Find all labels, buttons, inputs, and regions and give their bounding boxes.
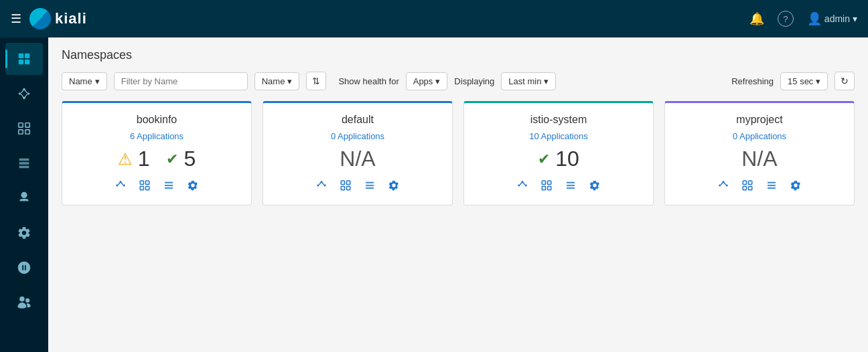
sidebar-item-workloads[interactable] (5, 147, 43, 179)
refreshing-label: Refreshing (731, 76, 774, 86)
ns-workloads-icon[interactable] (163, 179, 175, 194)
user-caret-icon: ▾ (853, 13, 857, 24)
ns-count: ⚠ 1 ✔ 5 (118, 147, 196, 171)
refresh-caret-icon: ▾ (816, 76, 820, 86)
svg-rect-42 (548, 187, 551, 190)
overview-icon (17, 52, 31, 66)
ns-count: ✔ 10 (538, 147, 579, 171)
ns-apps-icon[interactable] (340, 179, 352, 194)
ns-apps-icon[interactable] (139, 179, 151, 194)
display-value: Last min (508, 76, 541, 86)
filter-input[interactable] (114, 72, 248, 90)
svg-line-28 (319, 183, 321, 185)
sort-order-button[interactable]: ⇅ (306, 72, 326, 90)
help-icon[interactable]: ? (778, 11, 794, 27)
sidebar-item-services[interactable] (5, 182, 43, 214)
sidebar-item-overview[interactable] (5, 43, 43, 75)
ns-workloads-icon[interactable] (565, 179, 577, 194)
svg-line-20 (121, 183, 123, 185)
applications-icon (17, 121, 31, 136)
sort-label: Name (262, 76, 285, 86)
hamburger-icon[interactable]: ☰ (11, 11, 21, 26)
svg-rect-31 (347, 181, 350, 184)
name-filter-caret-icon: ▾ (95, 76, 100, 86)
ns-graph-icon[interactable] (516, 179, 528, 194)
toolbar: Name ▾ Name ▾ ⇅ Show health for Apps ▾ D… (62, 72, 855, 90)
sidebar-item-distributed-tracing[interactable] (5, 252, 43, 284)
workloads-icon (17, 156, 31, 171)
distributed-tracing-icon (17, 260, 31, 275)
svg-rect-48 (743, 181, 746, 184)
sort-caret-icon: ▾ (287, 76, 292, 86)
page-title: Namespaces (62, 48, 855, 62)
ns-workloads-icon[interactable] (364, 179, 376, 194)
ns-services-icon[interactable] (790, 179, 802, 194)
svg-rect-22 (146, 181, 149, 184)
svg-rect-14 (19, 130, 23, 134)
sidebar-item-graph[interactable] (5, 78, 43, 110)
logo-text: kiali (55, 10, 87, 27)
ok-count: 5 (184, 147, 196, 171)
sidebar (0, 37, 48, 352)
svg-point-36 (525, 185, 527, 187)
health-for-label: Show health for (338, 76, 399, 86)
ns-action-icons (115, 179, 199, 194)
bell-icon[interactable]: 🔔 (749, 11, 764, 26)
name-filter-label: Name (69, 76, 92, 86)
sidebar-item-applications[interactable] (5, 112, 43, 145)
ns-services-icon[interactable] (187, 179, 199, 194)
ns-apps-icon[interactable] (540, 179, 553, 194)
logo: kiali (29, 8, 87, 29)
namespace-card-bookinfo: bookinfo 6 Applications ⚠ 1 ✔ 5 (62, 101, 252, 205)
displaying-label: Displaying (454, 76, 494, 86)
user-label: admin (824, 13, 850, 24)
svg-point-45 (726, 185, 728, 187)
user-menu[interactable]: 👤 admin ▾ (807, 11, 857, 26)
ns-services-icon[interactable] (388, 179, 400, 194)
ns-apps-link[interactable]: 0 Applications (331, 131, 384, 141)
svg-rect-33 (347, 187, 350, 190)
ns-count-na: N/A (340, 147, 375, 171)
ns-apps-icon[interactable] (741, 179, 753, 194)
sidebar-item-mesh[interactable] (5, 286, 43, 319)
health-caret-icon: ▾ (435, 76, 440, 86)
svg-rect-50 (743, 187, 746, 190)
refresh-interval-button[interactable]: 15 sec ▾ (780, 72, 828, 90)
ns-apps-link[interactable]: 6 Applications (130, 131, 184, 141)
svg-point-27 (324, 185, 326, 187)
ns-name: istio-system (530, 114, 587, 126)
ns-apps-link[interactable]: 10 Applications (529, 131, 587, 141)
svg-rect-30 (341, 181, 344, 184)
svg-rect-13 (25, 123, 29, 127)
namespace-card-istio-system: istio-system 10 Applications ✔ 10 (463, 101, 654, 205)
ns-services-icon[interactable] (589, 179, 601, 194)
svg-point-4 (19, 92, 21, 95)
warn-count: 1 (138, 147, 150, 171)
sort-button[interactable]: Name ▾ (255, 72, 300, 90)
ns-workloads-icon[interactable] (766, 179, 778, 194)
sidebar-item-istio-config[interactable] (5, 217, 43, 249)
name-filter-button[interactable]: Name ▾ (62, 72, 107, 90)
ns-apps-link[interactable]: 0 Applications (733, 131, 786, 141)
svg-point-25 (317, 185, 319, 187)
refresh-now-button[interactable]: ↻ (835, 72, 855, 90)
istio-config-icon (17, 226, 31, 240)
ns-count-na: N/A (741, 147, 777, 171)
svg-line-29 (322, 183, 324, 185)
namespace-card-myproject: myproject 0 Applications N/A (664, 101, 855, 205)
ns-graph-icon[interactable] (717, 179, 729, 194)
svg-point-18 (123, 185, 125, 187)
display-value-button[interactable]: Last min ▾ (501, 72, 556, 90)
ns-graph-icon[interactable] (315, 179, 328, 194)
svg-line-37 (520, 183, 522, 185)
svg-rect-1 (25, 54, 29, 58)
ns-graph-icon[interactable] (115, 179, 127, 194)
svg-point-43 (719, 185, 721, 187)
svg-line-46 (721, 183, 723, 185)
health-value-button[interactable]: Apps ▾ (406, 72, 448, 90)
ok-icon: ✔ (538, 151, 550, 168)
svg-point-16 (116, 185, 118, 187)
nav-left: ☰ kiali (11, 8, 87, 29)
health-value: Apps (413, 76, 433, 86)
graph-icon (17, 86, 31, 101)
